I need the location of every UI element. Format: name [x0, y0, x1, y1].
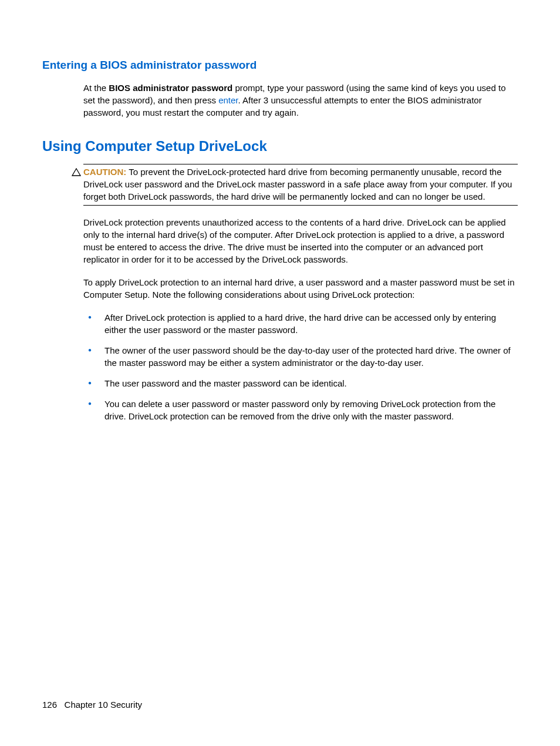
page-number: 126: [42, 700, 57, 710]
bullet-list: After DriveLock protection is applied to…: [83, 311, 518, 422]
section-heading-bios: Entering a BIOS administrator password: [42, 58, 518, 73]
section-heading-drivelock: Using Computer Setup DriveLock: [42, 136, 518, 156]
list-item: You can delete a user password or master…: [83, 398, 518, 422]
drivelock-paragraph-2: To apply DriveLock protection to an inte…: [83, 276, 518, 301]
list-item: After DriveLock protection is applied to…: [83, 311, 518, 336]
caution-icon: [72, 167, 81, 179]
caution-box: CAUTION: To prevent the DriveLock-protec…: [83, 164, 518, 206]
chapter-label: Chapter 10 Security: [65, 700, 143, 710]
bold-text: BIOS administrator password: [109, 83, 232, 93]
caution-text: To prevent the DriveLock-protected hard …: [83, 167, 512, 201]
list-item: The user password and the master passwor…: [83, 377, 518, 389]
drivelock-paragraph-1: DriveLock protection prevents unauthoriz…: [83, 216, 518, 266]
bios-paragraph: At the BIOS administrator password promp…: [83, 82, 518, 119]
page-footer: 126 Chapter 10 Security: [42, 698, 142, 711]
caution-label: CAUTION:: [83, 167, 126, 177]
list-item: The owner of the user password should be…: [83, 344, 518, 369]
text-fragment: At the: [83, 83, 109, 93]
enter-link[interactable]: enter: [218, 95, 238, 105]
